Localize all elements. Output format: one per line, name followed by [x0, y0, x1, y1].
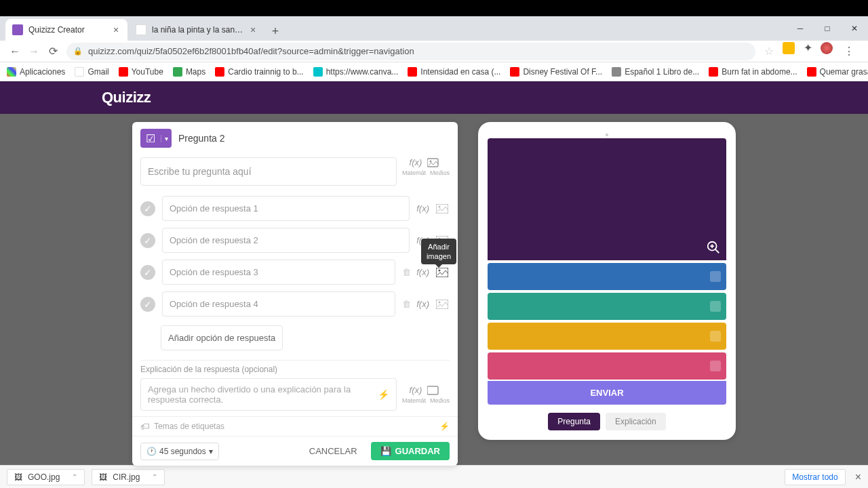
profile-avatar[interactable]: [821, 42, 833, 54]
bookmark-item[interactable]: Cardio trainnig to b...: [215, 67, 303, 77]
image-button[interactable]: [435, 203, 450, 214]
preview-question-area: [488, 138, 726, 260]
url-text: quizizz.com/quiz/5fa0502ef6b2f8001bfb40a…: [88, 46, 414, 56]
chevron-down-icon[interactable]: ▾: [161, 135, 172, 142]
favicon: [136, 24, 146, 35]
tag-icon: 🏷: [140, 421, 150, 432]
reload-button[interactable]: ⟳: [43, 42, 62, 61]
browser-tab[interactable]: la niña la pinta y la santa maria - ×: [129, 19, 264, 41]
bookmark-item[interactable]: Burn fat in abdome...: [709, 67, 797, 77]
extensions-icon[interactable]: ✦: [802, 42, 814, 54]
chevron-up-icon[interactable]: ⌃: [152, 473, 157, 481]
downloads-bar: 🖼 GOO.jpg ⌃ 🖼 CIR.jpg ⌃ Mostrar todo ×: [0, 465, 868, 488]
media-button[interactable]: [427, 385, 442, 396]
checkbox-icon: [710, 271, 721, 282]
delete-icon[interactable]: 🗑: [402, 299, 411, 309]
close-downloads-bar[interactable]: ×: [855, 471, 861, 483]
maximize-button[interactable]: □: [814, 16, 841, 41]
checkbox-icon: ☑: [140, 132, 161, 145]
svg-rect-6: [436, 268, 448, 277]
option-input[interactable]: Opción de respuesta 1: [162, 196, 410, 221]
add-option-button[interactable]: Añadir opción de respuesta: [161, 325, 283, 350]
svg-point-3: [439, 205, 441, 207]
svg-rect-2: [436, 204, 448, 214]
bookmark-item[interactable]: https://www.canva...: [313, 67, 399, 77]
close-icon[interactable]: ×: [111, 25, 121, 35]
correct-toggle[interactable]: ✓: [140, 233, 155, 248]
bolt-icon: ⚡: [439, 422, 450, 431]
preview-tab-explanation[interactable]: Explicación: [606, 413, 666, 430]
new-tab-button[interactable]: +: [266, 22, 285, 41]
correct-toggle[interactable]: ✓: [140, 201, 155, 216]
browser-tab-active[interactable]: Quizizz Creator ×: [5, 19, 127, 41]
back-button[interactable]: ←: [5, 42, 24, 61]
preview-option[interactable]: [488, 323, 726, 350]
delete-icon[interactable]: 🗑: [402, 267, 411, 277]
extension-icon[interactable]: [783, 42, 795, 54]
svg-rect-10: [427, 386, 438, 394]
option-input[interactable]: Opción de respuesta 3: [162, 260, 395, 285]
option-input[interactable]: Opción de respuesta 2: [162, 228, 410, 253]
correct-toggle[interactable]: ✓: [140, 265, 155, 280]
preview-submit-button[interactable]: ENVIAR: [488, 381, 726, 405]
tooltip: Añadir imagen: [421, 239, 456, 265]
image-button[interactable]: Añadir imagen: [435, 267, 450, 278]
chevron-up-icon[interactable]: ⌃: [72, 473, 77, 481]
question-input[interactable]: Escribe tu pregunta aquí: [140, 157, 397, 186]
logo: Quizizz: [102, 89, 151, 106]
option-row: ✓ Opción de respuesta 2 f(x): [140, 224, 450, 256]
close-icon[interactable]: ×: [248, 25, 258, 35]
math-button[interactable]: f(x): [416, 299, 429, 309]
math-button[interactable]: f(x): [416, 203, 429, 214]
chevron-down-icon: ▾: [209, 447, 213, 456]
time-selector[interactable]: 🕐 45 segundos ▾: [140, 443, 219, 460]
media-button[interactable]: [427, 157, 442, 168]
save-button[interactable]: 💾 GUARDAR: [371, 442, 450, 460]
math-button[interactable]: f(x): [410, 157, 422, 168]
bookmark-item[interactable]: Español 1 Libro de...: [612, 67, 699, 77]
correct-toggle[interactable]: ✓: [140, 297, 155, 312]
option-row: ✓ Opción de respuesta 4 🗑 f(x): [140, 288, 450, 320]
bookmark-item[interactable]: Maps: [173, 67, 205, 77]
preview-panel: ENVIAR Pregunta Explicación: [478, 122, 736, 440]
app-header: Quizizz: [0, 81, 868, 114]
option-row: ✓ Opción de respuesta 3 🗑 f(x) Añadir im…: [140, 256, 450, 288]
question-type-button[interactable]: ☑ ▾: [140, 129, 172, 148]
close-window-button[interactable]: ✕: [841, 16, 868, 41]
option-input[interactable]: Opción de respuesta 4: [162, 291, 395, 317]
bookmark-item[interactable]: Gmail: [75, 67, 108, 77]
forward-button[interactable]: →: [24, 42, 43, 61]
bookmark-item[interactable]: Quemar grasa en a...: [807, 67, 868, 77]
math-button[interactable]: f(x): [416, 267, 429, 277]
svg-point-7: [439, 269, 441, 271]
explanation-label: Explicación de la respuesta (opcional): [140, 360, 450, 378]
preview-option[interactable]: [488, 352, 726, 380]
tab-title: la niña la pinta y la santa maria -: [152, 25, 244, 35]
question-number-label: Pregunta 2: [178, 133, 225, 144]
favicon: [12, 24, 23, 35]
bookmark-item[interactable]: YouTube: [119, 67, 163, 77]
bookmark-item[interactable]: Intensidad en casa (...: [408, 67, 500, 77]
checkbox-icon: [710, 301, 721, 312]
preview-option[interactable]: [488, 293, 726, 320]
lock-icon: 🔒: [73, 47, 83, 56]
zoom-icon[interactable]: [706, 240, 721, 255]
download-item[interactable]: 🖼 CIR.jpg ⌃: [92, 469, 165, 485]
show-all-downloads[interactable]: Mostrar todo: [785, 469, 845, 485]
image-button[interactable]: [435, 299, 450, 310]
url-field[interactable]: 🔒 quizizz.com/quiz/5fa0502ef6b2f8001bfb4…: [66, 43, 755, 60]
svg-line-12: [715, 249, 719, 253]
tags-input[interactable]: Temas de etiquetas: [154, 422, 224, 431]
math-button[interactable]: f(x): [410, 385, 422, 396]
apps-button[interactable]: Aplicaciones: [7, 67, 65, 77]
minimize-button[interactable]: ─: [787, 16, 814, 41]
bookmark-item[interactable]: Disney Festival Of F...: [510, 67, 602, 77]
star-icon[interactable]: ☆: [760, 42, 778, 61]
preview-tab-question[interactable]: Pregunta: [548, 413, 600, 430]
download-item[interactable]: 🖼 GOO.jpg ⌃: [7, 469, 85, 485]
preview-option[interactable]: [488, 263, 726, 290]
question-editor: ☑ ▾ Pregunta 2 Escribe tu pregunta aquí …: [132, 122, 458, 466]
menu-button[interactable]: ⋮: [840, 42, 859, 61]
explanation-input[interactable]: Agrega un hecho divertido o una explicac…: [140, 378, 397, 411]
cancel-button[interactable]: CANCELAR: [301, 442, 366, 460]
